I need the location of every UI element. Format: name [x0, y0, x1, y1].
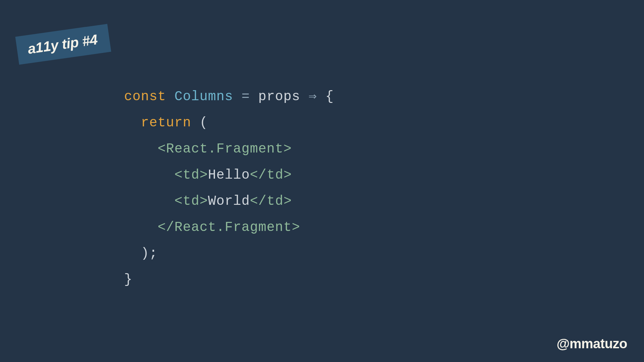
slide-badge: a11y tip #4 — [15, 24, 111, 65]
token-tag-bracket: </ — [250, 194, 267, 209]
code-line: const Columns = props ⇒ { — [124, 89, 334, 104]
token-plain: props — [258, 89, 309, 104]
token-tag-bracket: > — [292, 220, 300, 235]
slide-badge-label: a11y tip #4 — [27, 32, 99, 57]
token-operator: = — [241, 89, 258, 104]
token-keyword: const — [124, 89, 174, 104]
author-handle-text: @mmatuzo — [556, 336, 627, 351]
token-tag-bracket: </ — [158, 220, 174, 235]
token-arrow: ⇒ — [309, 89, 325, 104]
token-keyword: return — [141, 115, 200, 130]
token-tag-bracket: < — [174, 194, 183, 209]
token-text: World — [208, 194, 250, 209]
token-tag-name: td — [183, 194, 200, 209]
code-line: } — [124, 272, 132, 287]
token-indent — [124, 194, 174, 209]
token-indent — [124, 168, 174, 183]
token-indent — [124, 220, 158, 235]
code-line: return ( — [124, 115, 208, 130]
token-indent — [124, 115, 141, 130]
token-indent — [124, 246, 141, 261]
token-punct: } — [124, 272, 132, 287]
token-text: Hello — [208, 168, 250, 183]
token-punct: ); — [141, 246, 158, 261]
token-identifier: Columns — [174, 89, 241, 104]
token-punct: { — [325, 89, 334, 104]
code-line: <td>World</td> — [124, 194, 292, 209]
token-tag-name: td — [267, 168, 283, 183]
token-tag-bracket: < — [174, 168, 183, 183]
token-tag-bracket: > — [200, 168, 208, 183]
token-tag-bracket: > — [283, 168, 292, 183]
code-line: <td>Hello</td> — [124, 168, 292, 183]
code-line: </React.Fragment> — [124, 220, 300, 235]
token-tag-bracket: > — [283, 141, 292, 157]
token-indent — [124, 141, 158, 157]
token-tag-name: td — [267, 194, 283, 209]
token-tag-name: td — [183, 168, 200, 183]
token-tag-name: React.Fragment — [166, 141, 283, 157]
token-tag-bracket: > — [283, 194, 292, 209]
token-tag-bracket: < — [158, 141, 166, 157]
token-punct: ( — [200, 115, 208, 130]
code-line: <React.Fragment> — [124, 141, 292, 157]
code-block: const Columns = props ⇒ { return ( <Reac… — [124, 84, 334, 293]
token-tag-bracket: > — [200, 194, 208, 209]
token-tag-name: React.Fragment — [174, 220, 292, 235]
author-handle: @mmatuzo — [556, 336, 627, 351]
code-line: ); — [124, 246, 158, 261]
token-tag-bracket: </ — [250, 168, 267, 183]
